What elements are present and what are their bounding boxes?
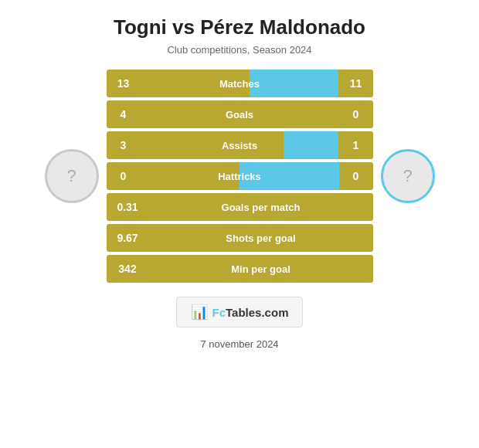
stat-bar-area-hattricks: Hattricks: [141, 162, 339, 190]
avatar-left-icon: ?: [66, 166, 76, 186]
page-title: Togni vs Pérez Maldonado: [114, 15, 365, 39]
stat-right-val-assists: 1: [339, 139, 373, 151]
stat-single-label-min-per-goal: Min per goal: [149, 263, 373, 275]
stat-row-matches: 13Matches11: [107, 70, 373, 97]
stat-left-val-hattricks: 0: [107, 170, 141, 182]
stat-single-left-min-per-goal: 342: [107, 263, 149, 275]
stat-row-hattricks: 0Hattricks0: [107, 162, 373, 190]
stat-left-val-assists: 3: [107, 139, 141, 151]
stat-row-assists: 3Assists1: [107, 131, 373, 159]
avatar-left-circle: ?: [45, 149, 99, 203]
stat-bar-left-assists: [141, 131, 284, 159]
stat-single-left-shots-per-goal: 9.67: [107, 232, 149, 244]
stat-bar-area-assists: Assists: [141, 131, 339, 159]
avatar-right-icon: ?: [403, 166, 412, 186]
logo-area: 📊 FcTables.com: [176, 297, 304, 328]
stat-left-val-goals: 4: [107, 108, 141, 120]
stat-label-goals: Goals: [226, 109, 253, 120]
page-subtitle: Club competitions, Season 2024: [167, 44, 311, 56]
stat-left-val-matches: 13: [107, 77, 141, 90]
stat-label-hattricks: Hattricks: [218, 171, 261, 182]
logo-fc: Fc: [212, 306, 226, 319]
stat-right-val-goals: 0: [339, 108, 373, 120]
stat-single-label-goals-per-match: Goals per match: [149, 202, 373, 213]
stats-table: 13Matches114Goals03Assists10Hattricks00.…: [107, 70, 373, 283]
stat-label-assists: Assists: [222, 140, 257, 151]
stat-single-left-goals-per-match: 0.31: [107, 201, 149, 213]
stat-right-val-hattricks: 0: [339, 170, 373, 182]
stat-bar-right-matches: [250, 70, 339, 97]
stat-right-val-matches: 11: [339, 77, 373, 90]
stat-label-matches: Matches: [219, 78, 260, 90]
stat-row-goals: 4Goals0: [107, 100, 373, 128]
stat-row-shots-per-goal: 9.67Shots per goal: [107, 224, 373, 252]
stat-bar-area-matches: Matches: [141, 70, 339, 97]
avatar-left: ?: [37, 130, 107, 222]
avatar-right: ?: [373, 130, 443, 222]
logo-chart-icon: 📊: [191, 304, 208, 321]
avatar-right-circle: ?: [381, 149, 435, 203]
stat-row-goals-per-match: 0.31Goals per match: [107, 193, 373, 221]
page-container: Togni vs Pérez Maldonado Club competitio…: [0, 0, 479, 448]
comparison-area: ? 13Matches114Goals03Assists10Hattricks0…: [8, 70, 471, 283]
footer-date: 7 november 2024: [200, 338, 278, 350]
stat-bar-right-assists: [284, 131, 339, 159]
logo-tables: Tables.com: [226, 306, 288, 319]
logo-text: FcTables.com: [212, 306, 289, 319]
stat-bar-area-goals: Goals: [141, 100, 339, 128]
stat-row-min-per-goal: 342Min per goal: [107, 255, 373, 283]
stat-single-label-shots-per-goal: Shots per goal: [149, 232, 373, 244]
